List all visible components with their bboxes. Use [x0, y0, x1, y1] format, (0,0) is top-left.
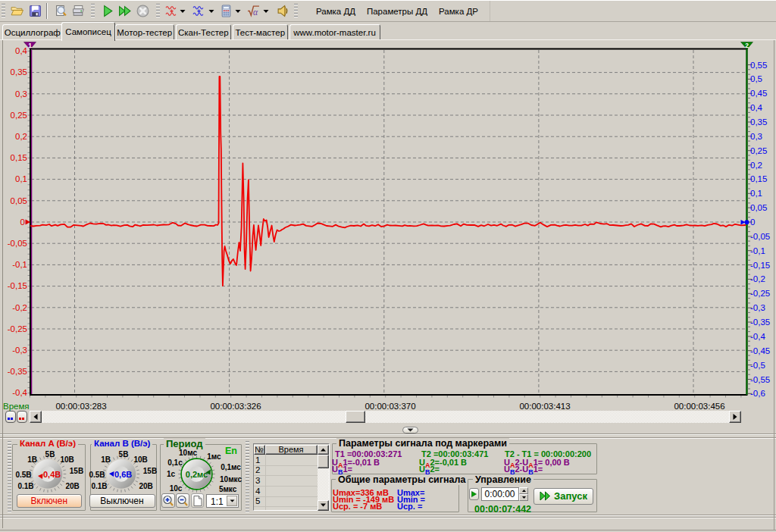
svg-text:0,25: 0,25: [11, 111, 27, 120]
svg-text:-0,25: -0,25: [8, 324, 27, 333]
svg-text:-0,2: -0,2: [750, 274, 765, 283]
svg-text:-0,4: -0,4: [12, 388, 27, 397]
svg-text:15В: 15В: [70, 467, 83, 475]
svg-text:-0,45: -0,45: [750, 346, 770, 355]
svg-text:0,05: 0,05: [11, 196, 27, 205]
svg-text:10В: 10В: [60, 455, 74, 464]
svg-text:0,35: 0,35: [750, 117, 767, 127]
svg-text:20В: 20В: [139, 482, 152, 490]
svg-text:10мкс: 10мкс: [220, 475, 242, 483]
svg-text:0,15: 0,15: [11, 153, 27, 162]
svg-text:10мс: 10мс: [179, 449, 197, 457]
svg-text:0: 0: [20, 217, 25, 227]
svg-text:0,3: 0,3: [750, 132, 762, 141]
svg-text:-0,55: -0,55: [750, 375, 770, 384]
svg-text:-0,35: -0,35: [8, 367, 27, 376]
svg-text:-0,1: -0,1: [12, 260, 27, 269]
svg-text:10с: 10с: [170, 484, 183, 493]
svg-text:0,5: 0,5: [750, 74, 762, 83]
svg-text:α: α: [253, 8, 258, 17]
svg-text:1В: 1В: [101, 455, 111, 464]
svg-text:-0,05: -0,05: [750, 232, 770, 241]
svg-text:-0,5: -0,5: [750, 361, 765, 370]
svg-text:1с: 1с: [167, 470, 176, 478]
svg-text:-0,35: -0,35: [750, 318, 770, 327]
svg-text:-0,15: -0,15: [8, 281, 27, 290]
svg-text:1В: 1В: [27, 455, 37, 464]
svg-text:0,25: 0,25: [750, 146, 767, 155]
svg-text:0,2: 0,2: [15, 132, 27, 141]
svg-text:-0,3: -0,3: [12, 346, 27, 355]
svg-text:15В: 15В: [143, 467, 157, 475]
svg-text:-0,15: -0,15: [750, 261, 770, 270]
svg-text:-0,4: -0,4: [750, 332, 765, 341]
svg-text:1мс: 1мс: [207, 452, 221, 461]
svg-text:5В: 5В: [45, 450, 55, 458]
svg-text:1: 1: [28, 42, 32, 49]
svg-text:0,1с: 0,1с: [167, 458, 183, 467]
svg-text:-0,05: -0,05: [8, 239, 27, 248]
svg-text:0,6В: 0,6В: [114, 470, 132, 479]
svg-text:0,3: 0,3: [15, 89, 27, 99]
svg-text:0.5В: 0.5В: [89, 471, 105, 479]
svg-text:0,05: 0,05: [750, 203, 767, 212]
svg-text:0,1: 0,1: [15, 174, 27, 183]
svg-text:0,2мс: 0,2мс: [186, 470, 208, 479]
svg-text:20В: 20В: [65, 482, 79, 490]
svg-text:0: 0: [750, 217, 755, 227]
svg-text:0,1: 0,1: [750, 189, 762, 198]
svg-text:5В: 5В: [119, 450, 129, 458]
svg-text:0,45: 0,45: [750, 89, 767, 98]
svg-text:0,4В: 0,4В: [43, 470, 61, 479]
svg-text:10В: 10В: [133, 455, 147, 464]
svg-text:5мкс: 5мкс: [219, 485, 237, 493]
svg-text:2: 2: [745, 42, 749, 49]
svg-text:0,55: 0,55: [750, 61, 767, 70]
svg-text:0,2: 0,2: [750, 161, 762, 170]
svg-text:-0,2: -0,2: [12, 303, 27, 312]
svg-text:0,35: 0,35: [11, 67, 27, 77]
svg-text:0.5В: 0.5В: [15, 471, 31, 479]
svg-text:0,4: 0,4: [750, 103, 763, 112]
svg-text:-0,6: -0,6: [750, 389, 765, 398]
svg-text:0,1мс: 0,1мс: [221, 463, 241, 471]
svg-text:0.1В: 0.1В: [91, 482, 107, 490]
svg-text:-0,3: -0,3: [750, 303, 765, 312]
svg-text:-0,25: -0,25: [750, 289, 770, 298]
svg-text:0.1В: 0.1В: [17, 482, 33, 490]
svg-text:-0,1: -0,1: [750, 246, 765, 255]
svg-text:0,15: 0,15: [750, 174, 767, 183]
svg-text:0,4: 0,4: [15, 46, 28, 55]
